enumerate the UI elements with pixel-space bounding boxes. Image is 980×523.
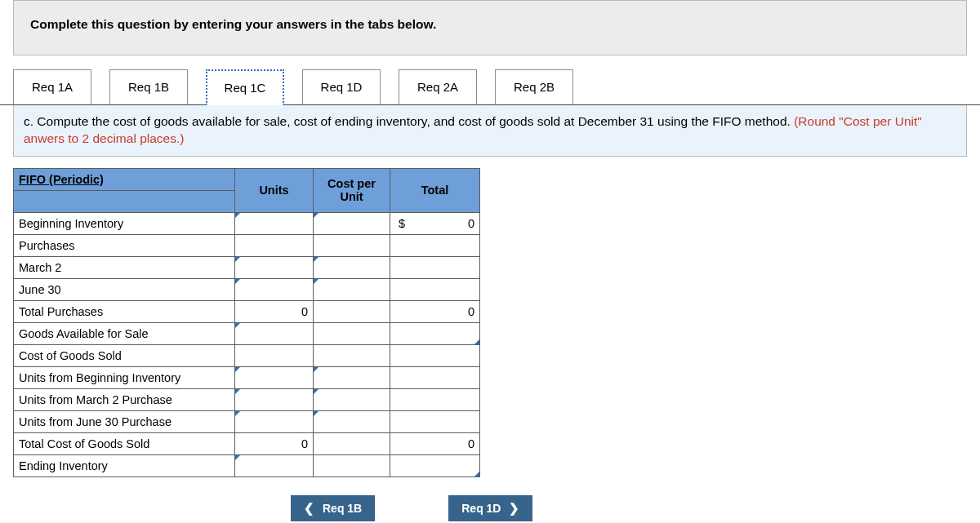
- next-label: Req 1D: [461, 502, 501, 515]
- table-row: Units from June 30 Purchase: [14, 410, 480, 432]
- tab-req-1a[interactable]: Req 1A: [13, 69, 91, 105]
- table-row: Units from Beginning Inventory: [14, 366, 480, 388]
- table-row: Purchases: [14, 234, 480, 256]
- col-header-cpu: Cost per Unit: [314, 168, 390, 212]
- total-cell: [390, 234, 480, 256]
- total-value: 0: [468, 437, 474, 450]
- total-input[interactable]: [390, 454, 480, 476]
- cpu-input[interactable]: [314, 278, 390, 300]
- inventory-table: FIFO (Periodic) Units Cost per Unit Tota…: [13, 168, 480, 477]
- table-row: Goods Available for Sale: [14, 322, 480, 344]
- row-label: June 30: [14, 278, 235, 300]
- total-cell: [390, 256, 480, 278]
- cpu-input[interactable]: [314, 410, 390, 432]
- table-title-text: FIFO (Periodic): [19, 173, 104, 186]
- col-header-label: Units: [259, 184, 288, 197]
- tab-label: Req 2A: [417, 80, 458, 94]
- tab-label: Req 1B: [128, 80, 169, 94]
- instruction-text: Complete this question by entering your …: [30, 17, 436, 31]
- table-row: June 30: [14, 278, 480, 300]
- cpu-cell: [314, 344, 390, 366]
- cpu-input[interactable]: [314, 256, 390, 278]
- total-input[interactable]: [390, 322, 480, 344]
- units-input[interactable]: [235, 322, 314, 344]
- row-label: Total Purchases: [14, 300, 235, 322]
- total-cell: 0: [390, 432, 480, 454]
- cpu-cell: [314, 322, 390, 344]
- table-row: Cost of Goods Sold: [14, 344, 480, 366]
- instruction-bar: Complete this question by entering your …: [13, 0, 967, 55]
- table-row: Ending Inventory: [14, 454, 480, 476]
- units-value: 0: [301, 305, 308, 318]
- row-label: Beginning Inventory: [14, 212, 235, 234]
- tab-label: Req 2B: [514, 80, 555, 94]
- prev-button[interactable]: ❮ Req 1B: [291, 495, 375, 521]
- units-input[interactable]: [235, 212, 314, 234]
- units-value: 0: [301, 437, 308, 450]
- row-label: March 2: [14, 256, 235, 278]
- total-cell: [390, 278, 480, 300]
- cpu-cell: [314, 234, 390, 256]
- total-value: 0: [468, 305, 474, 318]
- units-input[interactable]: [235, 366, 314, 388]
- row-label: Units from June 30 Purchase: [14, 410, 235, 432]
- row-label: Total Cost of Goods Sold: [14, 432, 235, 454]
- total-cell: [390, 388, 480, 410]
- units-input[interactable]: [235, 454, 314, 476]
- cpu-cell: [314, 454, 390, 476]
- cpu-input[interactable]: [314, 388, 390, 410]
- units-input[interactable]: [235, 410, 314, 432]
- tab-label: Req 1C: [225, 81, 266, 95]
- tab-label: Req 1D: [321, 80, 363, 94]
- tab-req-2a[interactable]: Req 2A: [399, 69, 477, 105]
- units-cell: 0: [235, 432, 314, 454]
- total-cell: [390, 366, 480, 388]
- total-cell: 0: [390, 300, 480, 322]
- units-cell: 0: [235, 300, 314, 322]
- tab-req-1d[interactable]: Req 1D: [302, 69, 381, 105]
- total-cell: [390, 344, 480, 366]
- tab-label: Req 1A: [32, 80, 73, 94]
- row-label: Units from Beginning Inventory: [14, 366, 235, 388]
- table-row: Beginning Inventory $0: [14, 212, 480, 234]
- col-header-label: Total: [421, 184, 449, 197]
- row-label: Goods Available for Sale: [14, 322, 235, 344]
- units-input[interactable]: [235, 278, 314, 300]
- tabs-row: Req 1A Req 1B Req 1C Req 1D Req 2A Req 2…: [0, 69, 980, 105]
- total-cell: [390, 410, 480, 432]
- row-label: Units from March 2 Purchase: [14, 388, 235, 410]
- col-header-units: Units: [235, 168, 314, 212]
- tab-req-1c[interactable]: Req 1C: [206, 69, 284, 105]
- cpu-cell: [314, 300, 390, 322]
- row-label: Purchases: [14, 234, 235, 256]
- col-header-label: Cost per Unit: [327, 177, 376, 203]
- cpu-input[interactable]: [314, 366, 390, 388]
- table-row: Units from March 2 Purchase: [14, 388, 480, 410]
- question-box: c. Compute the cost of goods available f…: [13, 105, 967, 157]
- chevron-right-icon: ❯: [509, 501, 519, 516]
- cpu-cell: [314, 432, 390, 454]
- total-value: 0: [468, 217, 474, 230]
- question-text: c. Compute the cost of goods available f…: [24, 114, 794, 128]
- units-input[interactable]: [235, 388, 314, 410]
- chevron-left-icon: ❮: [304, 501, 314, 516]
- table-title: FIFO (Periodic): [14, 168, 235, 190]
- total-cell: $0: [390, 212, 480, 234]
- next-button[interactable]: Req 1D ❯: [448, 495, 532, 521]
- table-row: March 2: [14, 256, 480, 278]
- prev-label: Req 1B: [323, 502, 362, 515]
- units-cell: [235, 234, 314, 256]
- table-title-spacer: [14, 190, 235, 212]
- nav-buttons: ❮ Req 1B Req 1D ❯: [291, 495, 980, 521]
- col-header-total: Total: [390, 168, 480, 212]
- tab-req-1b[interactable]: Req 1B: [109, 69, 188, 105]
- cpu-input[interactable]: [314, 212, 390, 234]
- table-row: Total Purchases 0 0: [14, 300, 480, 322]
- row-label: Cost of Goods Sold: [14, 344, 235, 366]
- row-label: Ending Inventory: [14, 454, 235, 476]
- units-cell: [235, 344, 314, 366]
- table-row: Total Cost of Goods Sold 0 0: [14, 432, 480, 454]
- units-input[interactable]: [235, 256, 314, 278]
- tab-req-2b[interactable]: Req 2B: [495, 69, 573, 105]
- currency-symbol: $: [395, 217, 405, 230]
